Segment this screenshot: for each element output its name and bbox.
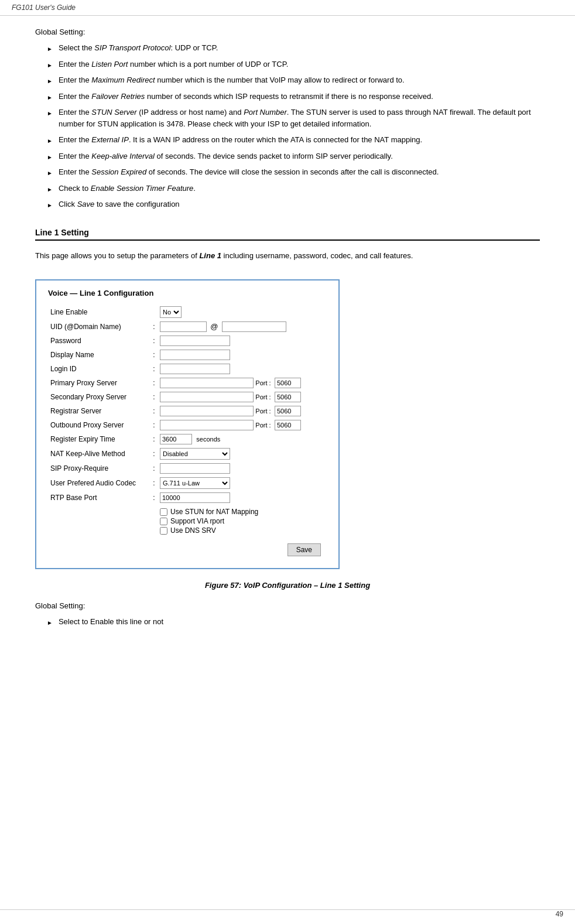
field-label: Password xyxy=(48,334,150,348)
table-row: Outbound Proxy Server : Port : xyxy=(48,418,327,432)
line1-description: This page allows you to setup the parame… xyxy=(35,250,540,262)
field-label: Login ID xyxy=(48,362,150,376)
field-label: Registrar Server xyxy=(48,404,150,418)
field-label: Secondary Proxy Server xyxy=(48,390,150,404)
domain-input[interactable] xyxy=(222,321,286,332)
field-label: Display Name xyxy=(48,348,150,362)
password-input[interactable] xyxy=(160,336,230,346)
port-label: Port : xyxy=(255,379,271,386)
session-expired-label: Session Expired xyxy=(91,167,146,176)
rtp-base-port-input[interactable] xyxy=(160,492,230,503)
outbound-proxy-input[interactable] xyxy=(160,420,254,430)
keepalive-label: Keep-alive Interval xyxy=(91,152,155,160)
config-box: Voice — Line 1 Configuration Line Enable… xyxy=(35,279,340,569)
port-label: Port : xyxy=(255,408,271,415)
table-row: Secondary Proxy Server : Port : xyxy=(48,390,327,404)
list-item: ► Check to Enable Session Timer Feature. xyxy=(47,183,540,194)
stun-nat-checkbox[interactable] xyxy=(160,508,167,516)
listen-port-label: Listen Port xyxy=(91,60,128,69)
table-row: NAT Keep-Alive Method : Disabled xyxy=(48,446,327,461)
table-row: Login ID : xyxy=(48,362,327,376)
table-row: RTP Base Port : xyxy=(48,491,327,505)
config-title: Voice — Line 1 Configuration xyxy=(48,289,327,297)
main-content: Global Setting: ► Select the SIP Transpo… xyxy=(0,16,575,663)
stun-nat-checkbox-row: Use STUN for NAT Mapping xyxy=(160,508,324,516)
field-label: Outbound Proxy Server xyxy=(48,418,150,432)
page-header: FG101 User's Guide xyxy=(0,0,575,16)
page-number: 49 xyxy=(556,910,563,918)
field-label: Line Enable xyxy=(48,304,150,320)
support-via-checkbox-row: Support VIA rport xyxy=(160,517,324,525)
figure-caption: Figure 57: VoIP Configuration – Line 1 S… xyxy=(35,581,540,590)
table-row: User Prefered Audio Codec : G.711 u-Law xyxy=(48,475,327,491)
list-item: ► Enter the Keep-alive Interval of secon… xyxy=(47,150,540,162)
bullet-arrow-icon: ► xyxy=(47,136,53,145)
list-item: ► Enter the Session Expired of seconds. … xyxy=(47,166,540,178)
primary-proxy-port[interactable] xyxy=(275,378,301,388)
line-enable-select[interactable]: No xyxy=(160,306,182,318)
table-row: Use STUN for NAT Mapping Support VIA rpo… xyxy=(48,505,327,538)
table-row: Primary Proxy Server : Port : xyxy=(48,376,327,390)
bullet-arrow-icon: ► xyxy=(47,153,53,162)
nat-keepalive-select[interactable]: Disabled xyxy=(160,448,230,460)
primary-proxy-input[interactable] xyxy=(160,378,254,388)
field-label: RTP Base Port xyxy=(48,491,150,505)
external-ip-label: External IP xyxy=(91,135,129,144)
list-item: ► Enter the Listen Port number which is … xyxy=(47,59,540,70)
port-number-label: Port Number xyxy=(244,108,287,117)
port-label: Port : xyxy=(255,393,271,401)
outbound-proxy-port[interactable] xyxy=(275,420,301,430)
support-via-label: Support VIA rport xyxy=(170,517,224,525)
list-item: ► Enter the Failover Retries number of s… xyxy=(47,91,540,102)
support-via-checkbox[interactable] xyxy=(160,518,167,525)
audio-codec-select[interactable]: G.711 u-Law xyxy=(160,477,230,489)
uid-input[interactable] xyxy=(160,321,207,332)
bullet-arrow-icon: ► xyxy=(47,169,53,177)
at-sign: @ xyxy=(210,322,218,331)
field-label: NAT Keep-Alive Method xyxy=(48,446,150,461)
bullet-arrow-icon: ► xyxy=(47,201,53,210)
bullet-arrow-icon: ► xyxy=(47,618,53,627)
table-row: Register Expiry Time : seconds xyxy=(48,432,327,446)
enable-line-text: Select to Enable this line or not xyxy=(59,616,540,628)
header-title: FG101 User's Guide xyxy=(12,4,76,12)
bullet-arrow-icon: ► xyxy=(47,61,53,70)
bullet-arrow-icon: ► xyxy=(47,109,53,118)
list-item: ► Select the SIP Transport Protocol: UDP… xyxy=(47,42,540,54)
secondary-proxy-port[interactable] xyxy=(275,392,301,402)
seconds-label: seconds xyxy=(196,436,220,443)
save-link-label: Save xyxy=(77,200,95,208)
field-label: SIP Proxy-Require xyxy=(48,461,150,475)
sip-transport-label: SIP Transport Protocol xyxy=(94,43,170,52)
global-setting2-label: Global Setting: xyxy=(35,601,540,610)
display-name-input[interactable] xyxy=(160,350,230,360)
registrar-server-input[interactable] xyxy=(160,406,254,416)
bullet-arrow-icon: ► xyxy=(47,185,53,194)
registrar-server-port[interactable] xyxy=(275,406,301,416)
list-item: ► Enter the Maximum Redirect number whic… xyxy=(47,74,540,86)
sip-proxy-require-input[interactable] xyxy=(160,463,230,474)
table-row: UID (@Domain Name) : @ xyxy=(48,320,327,334)
bullet-arrow-icon: ► xyxy=(47,93,53,102)
secondary-proxy-input[interactable] xyxy=(160,392,254,402)
field-label: UID (@Domain Name) xyxy=(48,320,150,334)
max-redirect-label: Maximum Redirect xyxy=(91,76,155,84)
list-item: ► Select to Enable this line or not xyxy=(47,616,540,628)
stun-server-label: STUN Server xyxy=(91,108,136,117)
save-button[interactable]: Save xyxy=(288,543,321,556)
login-id-input[interactable] xyxy=(160,364,230,374)
table-row: Line Enable No xyxy=(48,304,327,320)
list-item: ► Enter the STUN Server (IP address or h… xyxy=(47,107,540,129)
global-setting-bullets: ► Select the SIP Transport Protocol: UDP… xyxy=(47,42,540,210)
use-dns-srv-checkbox-row: Use DNS SRV xyxy=(160,526,324,535)
field-label: Primary Proxy Server xyxy=(48,376,150,390)
field-label: User Prefered Audio Codec xyxy=(48,475,150,491)
bullet-arrow-icon: ► xyxy=(47,77,53,85)
register-expiry-input[interactable] xyxy=(160,434,192,444)
use-dns-srv-checkbox[interactable] xyxy=(160,527,167,535)
port-label: Port : xyxy=(255,422,271,429)
list-item: ► Enter the External IP. It is a WAN IP … xyxy=(47,134,540,146)
table-row: Registrar Server : Port : xyxy=(48,404,327,418)
config-table: Line Enable No UID (@Domain Name) : @ xyxy=(48,304,327,538)
line1-italic: Line 1 xyxy=(199,251,221,260)
